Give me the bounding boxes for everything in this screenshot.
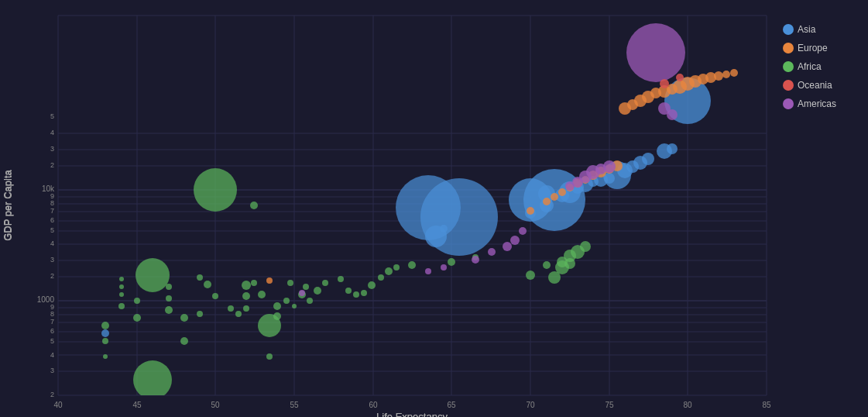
svg-point-198 [676,74,684,81]
svg-text:4: 4 [50,240,54,247]
legend-europe: Europe [798,43,828,53]
svg-point-111 [378,274,384,281]
svg-text:3: 3 [50,256,54,264]
svg-point-199 [783,24,794,35]
svg-point-105 [322,280,328,286]
svg-point-118 [543,261,551,269]
svg-point-96 [273,302,281,310]
svg-point-114 [408,261,416,269]
svg-point-179 [266,277,273,284]
svg-point-131 [420,178,498,256]
svg-point-88 [242,281,251,290]
legend-oceania: Oceania [798,80,832,91]
svg-point-82 [197,274,203,281]
svg-point-90 [242,292,250,300]
svg-point-75 [136,258,170,292]
svg-text:60: 60 [369,401,378,409]
svg-text:3: 3 [50,145,54,153]
x-axis-title: Life Expectancy [376,411,448,417]
svg-text:40: 40 [53,401,63,409]
svg-point-100 [292,304,297,308]
svg-text:4: 4 [50,129,54,136]
svg-point-99 [287,280,293,286]
svg-text:80: 80 [683,401,692,409]
chart-container: 2 3 4 5 6 7 8 9 1000 2 3 4 5 6 7 8 9 10k… [0,0,868,417]
svg-point-195 [519,227,527,235]
svg-text:70: 70 [526,401,535,409]
svg-point-107 [345,288,352,294]
svg-point-69 [119,292,124,297]
svg-text:1000: 1000 [37,295,55,304]
svg-text:45: 45 [132,401,142,409]
svg-text:8: 8 [50,310,54,318]
svg-text:9: 9 [50,303,54,311]
svg-point-68 [118,303,125,309]
svg-text:5: 5 [50,112,54,120]
legend-africa: Africa [798,61,822,72]
svg-point-74 [119,277,124,281]
svg-point-186 [626,23,685,82]
svg-text:10k: 10k [42,184,55,193]
svg-point-78 [166,284,172,290]
legend-asia: Asia [798,24,816,35]
svg-point-113 [393,264,400,271]
svg-text:55: 55 [290,401,299,409]
svg-text:6: 6 [50,216,54,224]
svg-point-125 [564,258,575,269]
svg-point-200 [783,43,794,53]
svg-point-71 [102,338,108,344]
svg-text:3: 3 [50,367,54,374]
svg-point-151 [667,143,678,154]
svg-point-89 [243,305,249,312]
svg-point-112 [385,267,393,275]
svg-point-185 [603,160,616,173]
svg-point-201 [783,61,794,72]
svg-point-127 [101,329,109,337]
svg-point-156 [558,188,566,196]
svg-point-102 [303,284,309,290]
svg-point-92 [250,202,258,209]
svg-point-104 [314,287,321,295]
svg-point-177 [722,71,730,78]
svg-point-103 [307,298,313,304]
svg-point-109 [361,290,367,296]
svg-text:9: 9 [50,192,54,200]
svg-point-95 [266,353,273,360]
svg-point-155 [551,193,558,201]
svg-point-81 [197,311,203,317]
svg-point-117 [526,271,535,280]
svg-point-93 [258,291,266,298]
y-axis-title: GDP per Capita [2,169,13,240]
svg-point-98 [283,298,290,304]
svg-point-85 [212,293,218,299]
svg-point-194 [510,236,520,245]
svg-point-197 [660,79,669,88]
svg-point-190 [441,264,447,271]
svg-point-77 [166,295,172,302]
svg-point-122 [580,241,591,252]
svg-text:7: 7 [50,318,54,326]
svg-text:5: 5 [50,226,54,234]
svg-point-193 [503,242,512,251]
svg-point-97 [273,312,281,320]
svg-text:75: 75 [605,401,614,409]
svg-point-87 [235,311,242,317]
svg-point-189 [425,268,431,274]
svg-point-73 [134,298,140,304]
svg-point-84 [194,168,237,212]
svg-point-188 [667,109,678,120]
svg-point-192 [488,248,496,256]
svg-point-110 [368,281,376,289]
legend-americas: Americas [798,98,836,109]
svg-point-126 [133,360,172,399]
svg-point-148 [642,153,654,165]
svg-text:8: 8 [50,199,54,207]
svg-text:4: 4 [50,351,54,359]
svg-point-83 [204,281,211,288]
svg-point-79 [180,314,188,322]
svg-point-108 [353,291,359,298]
svg-text:7: 7 [50,207,54,215]
svg-point-178 [730,69,738,77]
svg-point-76 [165,306,173,314]
svg-point-91 [251,280,257,286]
